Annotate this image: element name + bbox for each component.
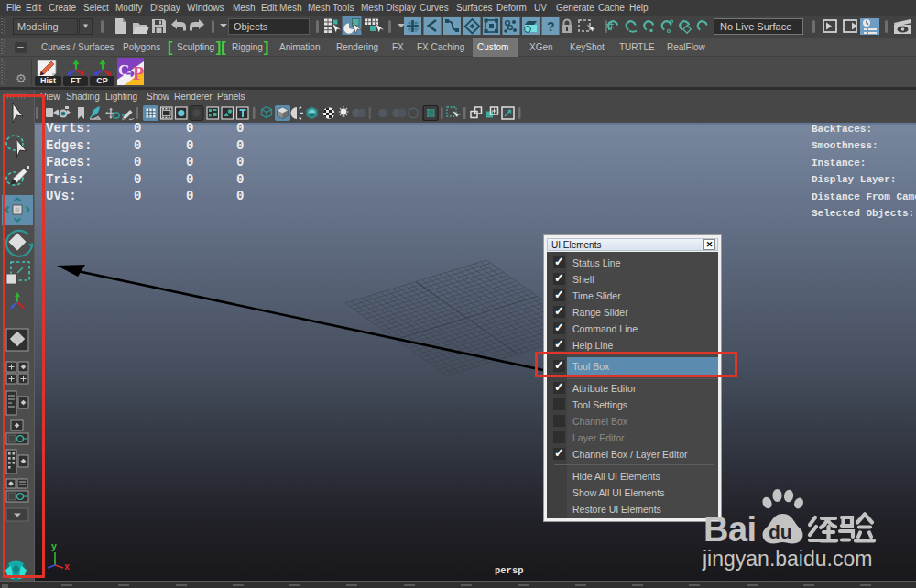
svg-text:C: C: [118, 61, 129, 79]
svg-text:du: du: [769, 521, 792, 542]
svg-text:x: x: [64, 562, 70, 572]
svg-text:Bai: Bai: [703, 510, 757, 549]
svg-text:y: y: [51, 542, 57, 552]
svg-text:P: P: [133, 63, 144, 83]
svg-text:?: ?: [547, 19, 555, 34]
